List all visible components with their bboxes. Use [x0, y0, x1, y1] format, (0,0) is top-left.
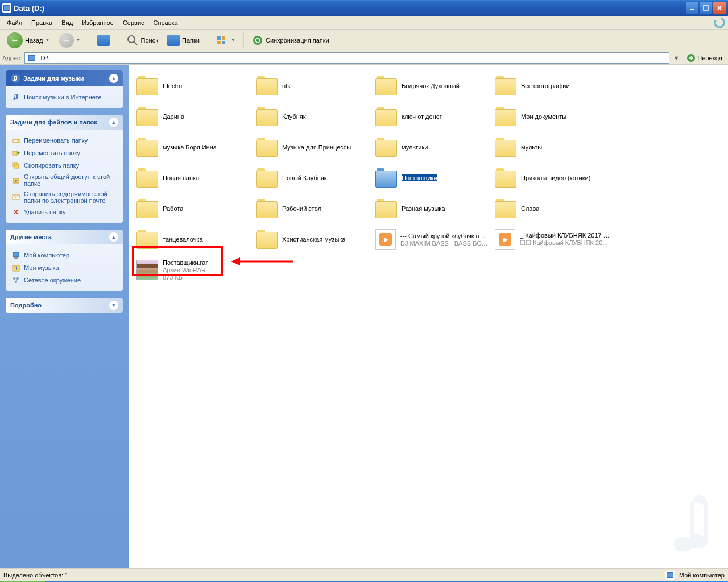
- mp3-item[interactable]: --- Самый крутой клубняк в 2016-2017-201…: [373, 224, 493, 255]
- maximize-button[interactable]: [700, 2, 712, 14]
- folder-item[interactable]: танцевалочка: [134, 224, 254, 255]
- sidebar-link-label: Скопировать папку: [24, 162, 79, 169]
- mycomputer-icon: [665, 571, 675, 580]
- mail-icon: [11, 193, 20, 202]
- address-input[interactable]: D:\: [24, 52, 670, 64]
- folder-item[interactable]: Слава: [493, 193, 612, 224]
- file-area[interactable]: ElectrontkБодрячок ДуховныйВсе фотографи…: [129, 65, 728, 568]
- folder-item[interactable]: Работа: [134, 193, 254, 224]
- folder-item[interactable]: Рабочий стол: [254, 193, 373, 224]
- folder-item[interactable]: Electro: [134, 70, 254, 101]
- note-icon: [11, 93, 20, 102]
- close-button[interactable]: [713, 2, 726, 14]
- sidebar-panel-header[interactable]: Задачи для файлов и папок▲: [6, 115, 123, 130]
- sidebar-panel-title: Другие места: [10, 234, 52, 240]
- folder-item[interactable]: Бодрячок Духовный: [373, 70, 493, 101]
- sidebar-panel: Задачи для файлов и папок▲Переименовать …: [6, 115, 123, 223]
- menu-view[interactable]: Вид: [57, 18, 77, 27]
- folder-item[interactable]: Музыка для Принцессы: [254, 132, 373, 163]
- file-name: Христианская музыка: [282, 236, 345, 243]
- sidebar-link[interactable]: Удалить папку: [11, 206, 117, 218]
- back-dropdown[interactable]: ▼: [46, 38, 50, 43]
- sidebar-link[interactable]: Моя музыка: [11, 261, 117, 274]
- sidebar-link[interactable]: Открыть общий доступ к этой папке: [11, 172, 117, 189]
- window-title: Data (D:): [14, 4, 686, 13]
- file-name: Новая папка: [163, 174, 199, 181]
- rar-icon: [136, 260, 158, 280]
- folder-item[interactable]: Приколы видео (котики): [493, 163, 612, 193]
- sidebar-panel-header[interactable]: Другие места▲: [6, 230, 123, 244]
- folder-up-icon: [97, 35, 110, 46]
- folder-item[interactable]: ntk: [254, 70, 373, 101]
- menu-favorites[interactable]: Избранное: [77, 18, 118, 27]
- sidebar: Задачи для музыки▲Поиск музыки в Интерне…: [0, 65, 129, 568]
- file-name: Бодрячок Духовный: [402, 82, 460, 89]
- file-name: Слава: [521, 205, 539, 212]
- folder-item[interactable]: мультики: [373, 132, 493, 163]
- file-name: ключ от денег: [402, 113, 442, 120]
- mycomputer-icon: [11, 251, 20, 260]
- folder-item[interactable]: Новый Клубняк: [254, 163, 373, 193]
- status-text: Выделено объектов: 1: [3, 572, 68, 579]
- menu-help[interactable]: Справка: [149, 18, 183, 27]
- folder-item[interactable]: Мои документы: [493, 101, 612, 132]
- sidebar-link[interactable]: Мой компьютер: [11, 249, 117, 261]
- folder-item[interactable]: Разная музыка: [373, 193, 493, 224]
- music-icon: [10, 73, 20, 84]
- sync-button[interactable]: Синхронизация папки: [249, 34, 333, 47]
- file-name: _ Кайфовый КЛУБНЯК 2017 _ - Luna - Run T…: [520, 232, 610, 239]
- mp3-item[interactable]: _ Кайфовый КЛУБНЯК 2017 _ - Luna - Run T…: [493, 224, 612, 255]
- file-name: Разная музыка: [402, 205, 445, 212]
- folder-icon: [256, 76, 278, 95]
- svg-rect-13: [14, 140, 17, 142]
- toolbar: ← Назад ▼ → ▼ Поиск Папки ▼ Синхронизаци…: [0, 30, 728, 51]
- go-button[interactable]: Переход: [683, 52, 726, 64]
- address-bar: Адрес: D:\ ▼ Переход: [0, 51, 728, 65]
- folder-item[interactable]: Клубняк: [254, 101, 373, 132]
- folder-item[interactable]: Поставщики: [373, 163, 493, 193]
- forward-button[interactable]: → ▼: [56, 32, 84, 49]
- up-button[interactable]: [94, 34, 113, 47]
- forward-dropdown[interactable]: ▼: [76, 38, 81, 43]
- collapse-icon[interactable]: ▲: [109, 74, 118, 83]
- collapse-icon[interactable]: ▲: [109, 118, 118, 127]
- sidebar-link[interactable]: Отправить содержимое этой папки по элект…: [11, 189, 117, 206]
- sidebar-panel-header[interactable]: Задачи для музыки▲: [6, 70, 123, 86]
- sidebar-link[interactable]: Переместить папку: [11, 147, 117, 159]
- folder-icon: [375, 168, 397, 188]
- menu-edit[interactable]: Правка: [27, 18, 57, 27]
- address-dropdown[interactable]: ▼: [672, 55, 681, 61]
- folder-item[interactable]: Новая папка: [134, 163, 254, 193]
- sidebar-link[interactable]: Поиск музыки в Интернете: [11, 91, 117, 103]
- rar-item[interactable]: Поставщики.rarАрхив WinRAR873 КБ: [134, 255, 254, 285]
- folder-item[interactable]: Дарина: [134, 101, 254, 132]
- move-icon: [11, 148, 20, 157]
- folder-item[interactable]: Христианская музыка: [254, 224, 373, 255]
- folder-icon: [495, 76, 516, 95]
- folder-icon: [256, 199, 278, 218]
- folder-item[interactable]: ключ от денег: [373, 101, 493, 132]
- folders-button[interactable]: Папки: [164, 34, 203, 47]
- file-name: Electro: [163, 82, 182, 89]
- collapse-icon[interactable]: ▲: [109, 232, 118, 242]
- svg-line-4: [134, 42, 137, 45]
- sidebar-link[interactable]: Скопировать папку: [11, 159, 117, 172]
- collapse-icon[interactable]: ▼: [109, 301, 118, 310]
- file-name: Мои документы: [521, 113, 566, 120]
- sidebar-panel-header[interactable]: Подробно▼: [6, 298, 123, 313]
- sidebar-link[interactable]: Сетевое окружение: [11, 274, 117, 286]
- minimize-button[interactable]: [686, 2, 698, 14]
- views-button[interactable]: ▼: [213, 34, 239, 47]
- go-label: Переход: [697, 55, 722, 61]
- folder-item[interactable]: Все фотографии: [493, 70, 612, 101]
- back-button[interactable]: ← Назад ▼: [3, 31, 53, 49]
- title-bar: Data (D:): [0, 0, 728, 16]
- search-button[interactable]: Поиск: [123, 33, 162, 48]
- sidebar-link[interactable]: Переименовать папку: [11, 134, 117, 147]
- folder-item[interactable]: мульты: [493, 132, 612, 163]
- music-note-watermark: [665, 489, 717, 557]
- menu-file[interactable]: Файл: [2, 18, 27, 27]
- file-name: Новый Клубняк: [282, 174, 327, 181]
- folder-item[interactable]: музыка Боря Инна: [134, 132, 254, 163]
- menu-tools[interactable]: Сервис: [118, 18, 149, 27]
